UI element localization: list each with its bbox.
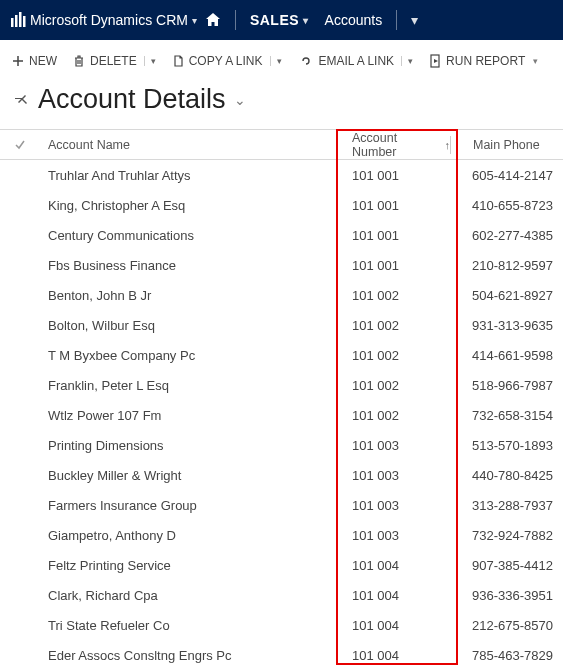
- copy-link-icon: [172, 54, 184, 68]
- nav-sales[interactable]: SALES ▾: [250, 12, 309, 28]
- cell-account-name: Eder Assocs Consltng Engrs Pc: [40, 648, 340, 663]
- table-row[interactable]: Franklin, Peter L Esq101 002518-966-7987: [0, 370, 563, 400]
- grid-header: Account Name Account Number ↑ Main Phone: [0, 130, 563, 160]
- pin-icon[interactable]: [14, 91, 28, 108]
- nav-accounts-label: Accounts: [325, 12, 383, 28]
- cell-main-phone: 440-780-8425: [450, 468, 563, 483]
- cell-account-name: T M Byxbee Company Pc: [40, 348, 340, 363]
- accounts-grid: Account Name Account Number ↑ Main Phone…: [0, 129, 563, 670]
- delete-split-chevron-icon[interactable]: ▾: [144, 56, 156, 66]
- cell-main-phone: 785-463-7829: [450, 648, 563, 663]
- trash-icon: [73, 55, 85, 68]
- grid-wrap: Account Name Account Number ↑ Main Phone…: [0, 129, 563, 670]
- chevron-down-icon: ▾: [303, 15, 309, 26]
- table-row[interactable]: King, Christopher A Esq101 001410-655-87…: [0, 190, 563, 220]
- grid-body: Truhlar And Truhlar Attys101 001605-414-…: [0, 160, 563, 670]
- brand[interactable]: Microsoft Dynamics CRM ▾: [10, 12, 197, 28]
- copy-link-button[interactable]: COPY A LINK ▾: [170, 51, 284, 71]
- cell-main-phone: 212-675-8570: [450, 618, 563, 633]
- table-row[interactable]: T M Byxbee Company Pc101 002414-661-9598: [0, 340, 563, 370]
- cell-account-name: Printing Dimensions: [40, 438, 340, 453]
- cell-account-number: 101 002: [340, 408, 450, 423]
- header-account-name[interactable]: Account Name: [40, 138, 340, 152]
- cell-account-number: 101 001: [340, 168, 450, 183]
- cell-main-phone: 602-277-4385: [450, 228, 563, 243]
- home-icon[interactable]: [205, 12, 221, 28]
- table-row[interactable]: Tri State Refueler Co101 004212-675-8570: [0, 610, 563, 640]
- chevron-down-icon: ▾: [192, 15, 197, 26]
- table-row[interactable]: Benton, John B Jr101 002504-621-8927: [0, 280, 563, 310]
- table-row[interactable]: Eder Assocs Consltng Engrs Pc101 004785-…: [0, 640, 563, 670]
- copy-link-split-chevron-icon[interactable]: ▾: [270, 56, 282, 66]
- header-account-number[interactable]: Account Number ↑: [340, 131, 450, 159]
- select-all-checkbox[interactable]: [0, 139, 40, 151]
- cell-main-phone: 504-621-8927: [450, 288, 563, 303]
- nav-more-chevron-icon[interactable]: ▾: [411, 12, 418, 28]
- cell-account-name: Century Communications: [40, 228, 340, 243]
- new-button[interactable]: NEW: [10, 51, 59, 71]
- cell-account-name: King, Christopher A Esq: [40, 198, 340, 213]
- run-report-button[interactable]: RUN REPORT ▾: [427, 51, 540, 71]
- table-row[interactable]: Buckley Miller & Wright101 003440-780-84…: [0, 460, 563, 490]
- cell-main-phone: 414-661-9598: [450, 348, 563, 363]
- email-link-label: EMAIL A LINK: [319, 54, 395, 68]
- cell-account-number: 101 004: [340, 648, 450, 663]
- email-link-split-chevron-icon[interactable]: ▾: [401, 56, 413, 66]
- cell-account-number: 101 003: [340, 468, 450, 483]
- brand-logo-icon: [10, 12, 26, 28]
- cell-main-phone: 605-414-2147: [450, 168, 563, 183]
- report-icon: [429, 54, 441, 68]
- header-main-phone-label: Main Phone: [473, 138, 540, 152]
- email-link-button[interactable]: EMAIL A LINK ▾: [296, 51, 416, 71]
- view-selector[interactable]: Account Details ⌄: [38, 84, 246, 115]
- header-account-number-label: Account Number: [352, 131, 441, 159]
- table-row[interactable]: Clark, Richard Cpa101 004936-336-3951: [0, 580, 563, 610]
- cell-account-number: 101 001: [340, 228, 450, 243]
- cell-account-name: Benton, John B Jr: [40, 288, 340, 303]
- run-report-chevron-icon[interactable]: ▾: [533, 56, 538, 66]
- cell-account-name: Wtlz Power 107 Fm: [40, 408, 340, 423]
- cell-main-phone: 936-336-3951: [450, 588, 563, 603]
- cell-account-name: Franklin, Peter L Esq: [40, 378, 340, 393]
- table-row[interactable]: Truhlar And Truhlar Attys101 001605-414-…: [0, 160, 563, 190]
- table-row[interactable]: Fbs Business Finance101 001210-812-9597: [0, 250, 563, 280]
- link-icon: [298, 55, 314, 67]
- cell-main-phone: 732-658-3154: [450, 408, 563, 423]
- header-account-name-label: Account Name: [48, 138, 130, 152]
- svg-rect-1: [15, 15, 18, 27]
- chevron-down-icon: ⌄: [234, 92, 246, 108]
- delete-button[interactable]: DELETE ▾: [71, 51, 158, 71]
- cell-account-number: 101 002: [340, 288, 450, 303]
- cell-account-number: 101 003: [340, 438, 450, 453]
- header-main-phone[interactable]: Main Phone: [451, 138, 563, 152]
- copy-link-label: COPY A LINK: [189, 54, 263, 68]
- cell-account-number: 101 001: [340, 258, 450, 273]
- table-row[interactable]: Century Communications101 001602-277-438…: [0, 220, 563, 250]
- cell-main-phone: 313-288-7937: [450, 498, 563, 513]
- nav-separator: [235, 10, 236, 30]
- table-row[interactable]: Giampetro, Anthony D101 003732-924-7882: [0, 520, 563, 550]
- cell-account-number: 101 004: [340, 558, 450, 573]
- cell-account-number: 101 002: [340, 318, 450, 333]
- new-label: NEW: [29, 54, 57, 68]
- cell-account-name: Truhlar And Truhlar Attys: [40, 168, 340, 183]
- cell-account-name: Buckley Miller & Wright: [40, 468, 340, 483]
- cell-main-phone: 907-385-4412: [450, 558, 563, 573]
- cell-account-number: 101 004: [340, 588, 450, 603]
- cell-account-name: Clark, Richard Cpa: [40, 588, 340, 603]
- cell-account-name: Fbs Business Finance: [40, 258, 340, 273]
- table-row[interactable]: Printing Dimensions101 003513-570-1893: [0, 430, 563, 460]
- table-row[interactable]: Feltz Printing Service101 004907-385-441…: [0, 550, 563, 580]
- table-row[interactable]: Bolton, Wilbur Esq101 002931-313-9635: [0, 310, 563, 340]
- table-row[interactable]: Farmers Insurance Group101 003313-288-79…: [0, 490, 563, 520]
- svg-rect-0: [11, 18, 14, 27]
- brand-text: Microsoft Dynamics CRM: [30, 12, 188, 28]
- cell-main-phone: 931-313-9635: [450, 318, 563, 333]
- nav-separator: [396, 10, 397, 30]
- nav-accounts[interactable]: Accounts: [325, 12, 383, 28]
- cell-main-phone: 518-966-7987: [450, 378, 563, 393]
- command-bar: NEW DELETE ▾ COPY A LINK ▾ EMAIL A LINK …: [0, 40, 563, 82]
- cell-account-number: 101 003: [340, 498, 450, 513]
- table-row[interactable]: Wtlz Power 107 Fm101 002732-658-3154: [0, 400, 563, 430]
- cell-account-name: Farmers Insurance Group: [40, 498, 340, 513]
